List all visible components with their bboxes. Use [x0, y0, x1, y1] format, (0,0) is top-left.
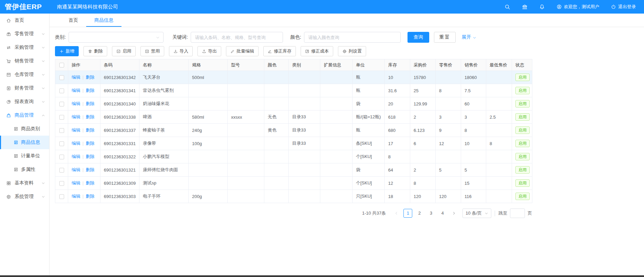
sidebar-subitem-product-info[interactable]: 商品信息 — [0, 136, 49, 149]
row-checkbox[interactable] — [59, 128, 64, 133]
sidebar-subitem-product-category[interactable]: 商品类别 — [0, 122, 49, 136]
column-settings-button[interactable]: 列设置 — [338, 46, 366, 56]
button-label: 启用 — [122, 48, 131, 54]
page-button-4[interactable]: 4 — [438, 209, 447, 218]
row-checkbox[interactable] — [59, 75, 64, 80]
button-label: 修正库存 — [274, 48, 291, 54]
link-divider: | — [82, 88, 83, 93]
prev-page-button[interactable] — [392, 209, 401, 218]
edit-link[interactable]: 编辑 — [72, 154, 80, 159]
row-checkbox[interactable] — [59, 115, 64, 120]
table-row: 编辑|删除6901236301342飞天茅台500ml瓶101578018060… — [55, 71, 532, 84]
sidebar-item-warehouse[interactable]: 仓库管理 — [0, 68, 49, 81]
fix-cost-button[interactable]: 修正成本 — [301, 46, 333, 56]
edit-link[interactable]: 编辑 — [72, 75, 80, 80]
color-input[interactable] — [304, 32, 401, 43]
delete-link[interactable]: 删除 — [86, 180, 94, 185]
row-checkbox[interactable] — [59, 141, 64, 146]
edit-link[interactable]: 编辑 — [72, 141, 80, 146]
disable-button[interactable]: 禁用 — [140, 46, 164, 56]
delete-link[interactable]: 删除 — [86, 101, 94, 106]
basic-icon — [6, 181, 11, 186]
delete-button[interactable]: 删除 — [83, 46, 107, 56]
row-select-cell — [55, 150, 68, 163]
cell-name: 飞天茅台 — [139, 71, 189, 84]
row-checkbox[interactable] — [59, 88, 64, 93]
edit-link[interactable]: 编辑 — [72, 114, 80, 119]
cell-min — [486, 190, 512, 203]
row-checkbox[interactable] — [59, 181, 64, 186]
edit-link[interactable]: 编辑 — [72, 127, 80, 133]
page-size-select[interactable]: 10 条/页 — [462, 209, 491, 218]
cell-ext — [320, 124, 353, 137]
reset-button[interactable]: 重置 — [434, 32, 456, 43]
tab-product-info[interactable]: 商品信息 — [86, 14, 121, 27]
cell-model — [228, 97, 264, 111]
row-checkbox[interactable] — [59, 102, 64, 106]
cell-sale: 10 — [461, 137, 486, 150]
sidebar-item-sales[interactable]: 销售管理 — [0, 54, 49, 68]
page-button-1[interactable]: 1 — [403, 209, 412, 218]
delete-link[interactable]: 删除 — [86, 167, 94, 172]
table-row: 编辑|删除6901236301321康师傅红烧牛肉面袋64255启用 — [55, 163, 532, 177]
expand-link[interactable]: 展开 — [462, 34, 476, 40]
row-checkbox[interactable] — [59, 155, 64, 159]
keyword-input[interactable] — [191, 32, 283, 43]
sidebar-item-system[interactable]: 系统管理 — [0, 190, 49, 203]
edit-link[interactable]: 编辑 — [72, 180, 80, 185]
row-select-cell — [55, 177, 68, 190]
sidebar-item-label: 基本资料 — [15, 180, 34, 186]
sidebar-item-basic-data[interactable]: 基本资料 — [0, 176, 49, 190]
search-button[interactable]: 查询 — [408, 32, 429, 43]
chevron-up-icon — [41, 114, 45, 117]
sidebar-item-finance[interactable]: 财务管理 — [0, 81, 49, 95]
sidebar-item-purchase[interactable]: 采购管理 — [0, 41, 49, 54]
delete-link[interactable]: 删除 — [86, 141, 94, 146]
table-row: 编辑|删除6901236301322小鹏汽车模型个[SKU]8启用 — [55, 150, 532, 163]
edit-link[interactable]: 编辑 — [72, 101, 80, 106]
cell-unit: 袋 — [353, 163, 385, 177]
batch-edit-button[interactable]: 批量编辑 — [226, 46, 259, 56]
sidebar-subitem-measure-unit[interactable]: 计量单位 — [0, 149, 49, 163]
import-button[interactable]: 导入 — [169, 46, 193, 56]
page-button-2[interactable]: 2 — [415, 209, 424, 218]
page-button-3[interactable]: 3 — [427, 209, 435, 218]
edit-link[interactable]: 编辑 — [72, 167, 80, 172]
category-select[interactable] — [69, 32, 164, 43]
welcome-user[interactable]: 欢迎您，测试用户 — [556, 4, 599, 10]
add-button[interactable]: 新增 — [55, 46, 79, 56]
sidebar-item-retail[interactable]: 零售管理 — [0, 27, 49, 41]
cell-op: 编辑|删除 — [68, 124, 100, 137]
sidebar-subitem-multi-attribute[interactable]: 多属性 — [0, 163, 49, 176]
logout-button[interactable]: 退出登录 — [611, 4, 636, 10]
column-header-barcode: 条码 — [100, 59, 139, 71]
delete-link[interactable]: 删除 — [86, 75, 94, 80]
select-all-checkbox[interactable] — [59, 63, 64, 67]
delete-link[interactable]: 删除 — [86, 154, 94, 159]
export-button[interactable]: 导出 — [197, 46, 221, 56]
cell-status: 启用 — [512, 84, 532, 97]
fix-stock-button[interactable]: 修正库存 — [263, 46, 296, 56]
sidebar-item-report[interactable]: 报表查询 — [0, 95, 49, 108]
edit-link[interactable]: 编辑 — [72, 88, 80, 93]
delete-link[interactable]: 删除 — [86, 127, 94, 133]
next-page-button[interactable] — [450, 209, 458, 218]
sidebar-item-home[interactable]: 首页 — [0, 14, 49, 27]
row-checkbox[interactable] — [59, 168, 64, 173]
chevron-down-icon — [41, 100, 45, 104]
enable-button[interactable]: 启用 — [112, 46, 136, 56]
search-icon[interactable] — [505, 4, 510, 10]
delete-link[interactable]: 删除 — [86, 194, 94, 199]
bank-icon[interactable] — [522, 4, 528, 10]
delete-link[interactable]: 删除 — [86, 114, 94, 119]
jump-page-input[interactable] — [510, 209, 525, 218]
tab-home[interactable]: 首页 — [60, 14, 86, 27]
row-checkbox[interactable] — [59, 194, 64, 199]
tab-bar: 首页商品信息 — [50, 14, 644, 27]
edit-link[interactable]: 编辑 — [72, 194, 80, 199]
delete-link[interactable]: 删除 — [86, 88, 94, 93]
sidebar-item-product[interactable]: 商品管理 — [0, 108, 49, 122]
cell-category — [289, 97, 320, 111]
bell-icon[interactable] — [539, 4, 545, 10]
cell-op: 编辑|删除 — [68, 177, 100, 190]
